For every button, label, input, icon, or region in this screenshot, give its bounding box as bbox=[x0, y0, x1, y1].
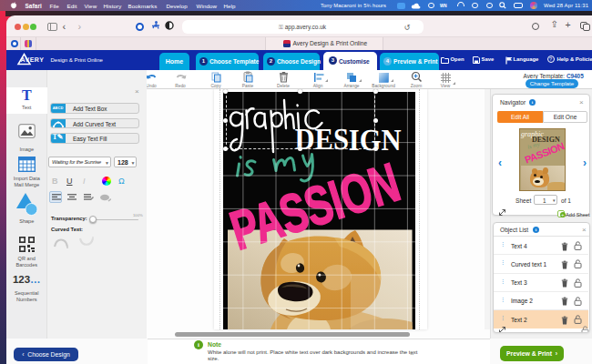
svg-text:AVERY: AVERY bbox=[20, 57, 44, 64]
